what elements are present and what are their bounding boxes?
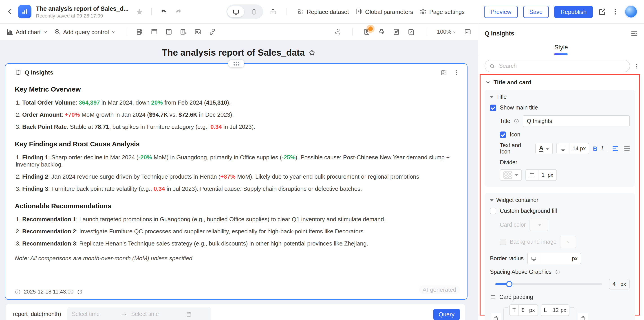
query-button[interactable]: Query [433, 309, 460, 320]
lock-icon[interactable] [270, 8, 277, 15]
font-color-picker[interactable]: A [536, 143, 553, 154]
border-radius-row: Border radius px [490, 253, 630, 264]
style-panel: Q Insights Style Titl [478, 24, 644, 320]
preview-button[interactable]: Preview [484, 5, 518, 18]
spacing-value-input[interactable]: 4px [609, 279, 630, 290]
show-main-title-checkbox[interactable] [490, 105, 496, 111]
italic-button[interactable]: I [601, 145, 603, 152]
widget-title: Q Insights [25, 69, 53, 76]
metric-list: Total Order Volume: 364,397 in Mar 2024,… [15, 99, 456, 131]
info-icon [514, 118, 519, 124]
style-search-box[interactable] [484, 60, 630, 72]
icon-checkbox[interactable] [500, 131, 506, 138]
card-color-row: Card color [500, 219, 630, 231]
widget-container-header[interactable]: Widget container [490, 197, 630, 203]
search-input[interactable] [498, 62, 625, 69]
notification-badge [368, 26, 373, 31]
canvas-page-title[interactable]: The analysis report of Sales_data [162, 47, 305, 58]
lock-icon[interactable] [491, 313, 501, 320]
replace-dataset-button[interactable]: Replace dataset [297, 8, 349, 15]
hidden-charts-icon[interactable] [392, 28, 400, 35]
bold-button[interactable]: B [593, 145, 597, 152]
spacing-slider-row: 4px [490, 279, 630, 290]
edit-widget-icon[interactable] [440, 69, 447, 76]
text-box-icon[interactable] [165, 28, 172, 35]
drag-handle[interactable] [228, 60, 244, 67]
icon-row: Icon [500, 131, 630, 138]
tab-style[interactable]: Style [554, 44, 568, 55]
footnote: Note: All comparisons are month-over-mon… [15, 255, 456, 262]
padding-top-input[interactable]: T8px [509, 304, 538, 316]
back-icon[interactable] [6, 8, 14, 15]
show-main-title-label: Show main title [500, 105, 538, 111]
panel-more-icon[interactable] [634, 63, 640, 69]
section-heading: Key Findings and Root Cause Analysis [15, 140, 456, 148]
refresh-icon[interactable] [76, 289, 82, 295]
query-field-label: report_date(month) [13, 311, 61, 317]
add-chart-button[interactable]: Add chart [6, 28, 48, 35]
section-title-and-card[interactable]: Title and card [484, 78, 635, 90]
rich-text-icon[interactable] [180, 28, 186, 35]
page-settings-button[interactable]: Page settings [420, 8, 465, 15]
spacing-slider[interactable] [495, 283, 602, 285]
save-button[interactable]: Save [523, 5, 549, 18]
layout-panel-icon[interactable] [136, 28, 143, 35]
link-icon[interactable] [208, 28, 216, 35]
device-toggle [226, 4, 263, 19]
title-field-label: Title [500, 118, 510, 124]
list-item: Recommendation 2: Investigate Furniture … [16, 228, 456, 235]
widget-title-input[interactable] [523, 115, 630, 127]
add-query-control-button[interactable]: Add query control [54, 28, 116, 35]
date-range-picker[interactable]: Select time Select time [67, 308, 211, 320]
padding-left-input[interactable]: L12px [541, 304, 570, 316]
title-group: Title Show main title Title Icon [484, 90, 635, 187]
clean-brush-icon[interactable] [378, 28, 385, 35]
custom-background-checkbox[interactable] [490, 208, 496, 214]
title-group-header[interactable]: Title [490, 94, 630, 100]
info-icon [555, 269, 560, 275]
widget-more-icon[interactable] [454, 69, 460, 76]
grid-layout-icon[interactable] [464, 28, 472, 35]
padding-link-bracket [504, 307, 508, 320]
divider-label: Divider [500, 159, 517, 166]
report-title[interactable]: The analysis report of Sales_d... [36, 5, 129, 12]
spacing-above-graphics-label: Spacing Above Graphics [490, 269, 552, 275]
share-icon[interactable] [598, 8, 606, 16]
align-justify-button[interactable] [624, 146, 630, 151]
desktop-view-toggle[interactable] [227, 6, 244, 17]
background-image-thumb: × [560, 236, 576, 248]
todo-checklist-icon[interactable] [407, 28, 415, 35]
divider-size-control[interactable]: 1 px [526, 169, 557, 181]
font-size-control[interactable]: 14 px [556, 143, 590, 154]
favorite-star-icon[interactable] [136, 8, 144, 15]
edit-toolbar: Add chart Add query control [0, 24, 478, 40]
search-icon [490, 63, 495, 69]
image-icon[interactable] [194, 28, 202, 35]
end-date-placeholder[interactable]: Select time [131, 311, 159, 317]
redo-icon[interactable] [174, 8, 182, 16]
card-color-label: Card color [500, 222, 526, 228]
title-star-icon[interactable] [308, 49, 316, 56]
divider-color-picker[interactable] [500, 169, 522, 181]
icon-label: Icon [510, 131, 520, 138]
tab-container-icon[interactable] [150, 28, 158, 35]
more-menu-icon[interactable] [612, 8, 619, 15]
link-filter-icon[interactable] [334, 28, 341, 35]
divider [286, 8, 287, 15]
mobile-view-toggle[interactable] [245, 6, 262, 17]
align-left-button[interactable] [612, 146, 618, 151]
theme-settings-icon[interactable] [363, 28, 370, 35]
background-image-checkbox [500, 239, 506, 245]
display-icon [490, 295, 496, 300]
collapse-panel-icon[interactable] [630, 30, 638, 36]
republish-button[interactable]: Republish [554, 5, 593, 18]
zoom-level-dropdown[interactable]: 100% [437, 29, 457, 35]
lock-icon[interactable] [578, 313, 588, 320]
calendar-icon [186, 311, 192, 317]
q-insights-widget[interactable]: Q Insights Key Metric Overview Total Ord… [5, 63, 468, 300]
global-parameters-button[interactable]: Global parameters [355, 8, 413, 15]
user-avatar[interactable] [624, 5, 638, 18]
undo-icon[interactable] [160, 8, 168, 16]
start-date-placeholder[interactable]: Select time [72, 311, 100, 317]
border-radius-input[interactable]: px [527, 253, 581, 264]
